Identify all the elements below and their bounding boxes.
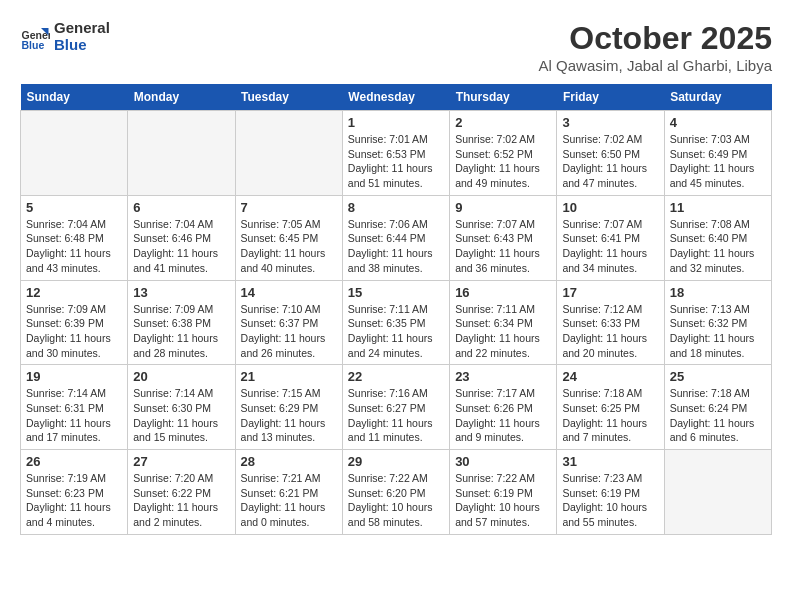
day-info: Sunrise: 7:21 AM Sunset: 6:21 PM Dayligh… (241, 471, 337, 530)
day-info: Sunrise: 7:06 AM Sunset: 6:44 PM Dayligh… (348, 217, 444, 276)
logo-line2: Blue (54, 37, 110, 54)
calendar-cell: 2Sunrise: 7:02 AM Sunset: 6:52 PM Daylig… (450, 111, 557, 196)
day-number: 25 (670, 369, 766, 384)
calendar-cell: 12Sunrise: 7:09 AM Sunset: 6:39 PM Dayli… (21, 280, 128, 365)
logo-icon: General Blue (20, 22, 50, 52)
logo-line1: General (54, 20, 110, 37)
week-row-5: 26Sunrise: 7:19 AM Sunset: 6:23 PM Dayli… (21, 450, 772, 535)
day-header-friday: Friday (557, 84, 664, 111)
calendar-cell: 10Sunrise: 7:07 AM Sunset: 6:41 PM Dayli… (557, 195, 664, 280)
month-title: October 2025 (539, 20, 772, 57)
day-info: Sunrise: 7:14 AM Sunset: 6:31 PM Dayligh… (26, 386, 122, 445)
day-info: Sunrise: 7:09 AM Sunset: 6:39 PM Dayligh… (26, 302, 122, 361)
calendar-cell: 9Sunrise: 7:07 AM Sunset: 6:43 PM Daylig… (450, 195, 557, 280)
day-info: Sunrise: 7:02 AM Sunset: 6:52 PM Dayligh… (455, 132, 551, 191)
week-row-2: 5Sunrise: 7:04 AM Sunset: 6:48 PM Daylig… (21, 195, 772, 280)
day-info: Sunrise: 7:11 AM Sunset: 6:35 PM Dayligh… (348, 302, 444, 361)
calendar-cell: 25Sunrise: 7:18 AM Sunset: 6:24 PM Dayli… (664, 365, 771, 450)
calendar-cell: 22Sunrise: 7:16 AM Sunset: 6:27 PM Dayli… (342, 365, 449, 450)
day-number: 3 (562, 115, 658, 130)
day-info: Sunrise: 7:07 AM Sunset: 6:43 PM Dayligh… (455, 217, 551, 276)
day-header-tuesday: Tuesday (235, 84, 342, 111)
calendar-cell: 4Sunrise: 7:03 AM Sunset: 6:49 PM Daylig… (664, 111, 771, 196)
calendar-cell: 20Sunrise: 7:14 AM Sunset: 6:30 PM Dayli… (128, 365, 235, 450)
day-number: 19 (26, 369, 122, 384)
day-info: Sunrise: 7:03 AM Sunset: 6:49 PM Dayligh… (670, 132, 766, 191)
day-header-saturday: Saturday (664, 84, 771, 111)
day-number: 15 (348, 285, 444, 300)
day-info: Sunrise: 7:08 AM Sunset: 6:40 PM Dayligh… (670, 217, 766, 276)
calendar-cell: 28Sunrise: 7:21 AM Sunset: 6:21 PM Dayli… (235, 450, 342, 535)
day-number: 10 (562, 200, 658, 215)
calendar-cell: 19Sunrise: 7:14 AM Sunset: 6:31 PM Dayli… (21, 365, 128, 450)
day-info: Sunrise: 7:22 AM Sunset: 6:19 PM Dayligh… (455, 471, 551, 530)
day-info: Sunrise: 7:10 AM Sunset: 6:37 PM Dayligh… (241, 302, 337, 361)
day-header-wednesday: Wednesday (342, 84, 449, 111)
day-info: Sunrise: 7:04 AM Sunset: 6:46 PM Dayligh… (133, 217, 229, 276)
day-number: 29 (348, 454, 444, 469)
calendar-cell (21, 111, 128, 196)
day-number: 4 (670, 115, 766, 130)
day-info: Sunrise: 7:14 AM Sunset: 6:30 PM Dayligh… (133, 386, 229, 445)
day-info: Sunrise: 7:15 AM Sunset: 6:29 PM Dayligh… (241, 386, 337, 445)
day-info: Sunrise: 7:02 AM Sunset: 6:50 PM Dayligh… (562, 132, 658, 191)
day-info: Sunrise: 7:18 AM Sunset: 6:24 PM Dayligh… (670, 386, 766, 445)
calendar-cell: 24Sunrise: 7:18 AM Sunset: 6:25 PM Dayli… (557, 365, 664, 450)
calendar-cell: 31Sunrise: 7:23 AM Sunset: 6:19 PM Dayli… (557, 450, 664, 535)
day-number: 27 (133, 454, 229, 469)
calendar-cell: 18Sunrise: 7:13 AM Sunset: 6:32 PM Dayli… (664, 280, 771, 365)
logo: General Blue General Blue (20, 20, 110, 53)
day-info: Sunrise: 7:07 AM Sunset: 6:41 PM Dayligh… (562, 217, 658, 276)
day-info: Sunrise: 7:19 AM Sunset: 6:23 PM Dayligh… (26, 471, 122, 530)
day-number: 26 (26, 454, 122, 469)
day-info: Sunrise: 7:20 AM Sunset: 6:22 PM Dayligh… (133, 471, 229, 530)
day-number: 5 (26, 200, 122, 215)
day-header-monday: Monday (128, 84, 235, 111)
day-header-thursday: Thursday (450, 84, 557, 111)
calendar-cell: 8Sunrise: 7:06 AM Sunset: 6:44 PM Daylig… (342, 195, 449, 280)
calendar-cell: 26Sunrise: 7:19 AM Sunset: 6:23 PM Dayli… (21, 450, 128, 535)
header-row: SundayMondayTuesdayWednesdayThursdayFrid… (21, 84, 772, 111)
day-number: 22 (348, 369, 444, 384)
week-row-1: 1Sunrise: 7:01 AM Sunset: 6:53 PM Daylig… (21, 111, 772, 196)
day-number: 8 (348, 200, 444, 215)
day-info: Sunrise: 7:17 AM Sunset: 6:26 PM Dayligh… (455, 386, 551, 445)
day-number: 23 (455, 369, 551, 384)
day-number: 14 (241, 285, 337, 300)
day-number: 16 (455, 285, 551, 300)
day-info: Sunrise: 7:05 AM Sunset: 6:45 PM Dayligh… (241, 217, 337, 276)
day-number: 20 (133, 369, 229, 384)
week-row-3: 12Sunrise: 7:09 AM Sunset: 6:39 PM Dayli… (21, 280, 772, 365)
calendar-cell (128, 111, 235, 196)
day-number: 24 (562, 369, 658, 384)
calendar-cell: 1Sunrise: 7:01 AM Sunset: 6:53 PM Daylig… (342, 111, 449, 196)
day-info: Sunrise: 7:16 AM Sunset: 6:27 PM Dayligh… (348, 386, 444, 445)
day-number: 28 (241, 454, 337, 469)
day-info: Sunrise: 7:22 AM Sunset: 6:20 PM Dayligh… (348, 471, 444, 530)
day-number: 17 (562, 285, 658, 300)
title-area: October 2025 Al Qawasim, Jabal al Gharbi… (539, 20, 772, 74)
day-info: Sunrise: 7:12 AM Sunset: 6:33 PM Dayligh… (562, 302, 658, 361)
calendar-table: SundayMondayTuesdayWednesdayThursdayFrid… (20, 84, 772, 535)
day-number: 31 (562, 454, 658, 469)
week-row-4: 19Sunrise: 7:14 AM Sunset: 6:31 PM Dayli… (21, 365, 772, 450)
day-number: 13 (133, 285, 229, 300)
calendar-cell: 7Sunrise: 7:05 AM Sunset: 6:45 PM Daylig… (235, 195, 342, 280)
day-number: 9 (455, 200, 551, 215)
calendar-cell: 5Sunrise: 7:04 AM Sunset: 6:48 PM Daylig… (21, 195, 128, 280)
day-number: 21 (241, 369, 337, 384)
day-info: Sunrise: 7:18 AM Sunset: 6:25 PM Dayligh… (562, 386, 658, 445)
day-number: 12 (26, 285, 122, 300)
day-header-sunday: Sunday (21, 84, 128, 111)
day-info: Sunrise: 7:11 AM Sunset: 6:34 PM Dayligh… (455, 302, 551, 361)
calendar-cell: 6Sunrise: 7:04 AM Sunset: 6:46 PM Daylig… (128, 195, 235, 280)
day-info: Sunrise: 7:09 AM Sunset: 6:38 PM Dayligh… (133, 302, 229, 361)
day-info: Sunrise: 7:04 AM Sunset: 6:48 PM Dayligh… (26, 217, 122, 276)
calendar-cell: 14Sunrise: 7:10 AM Sunset: 6:37 PM Dayli… (235, 280, 342, 365)
calendar-cell: 15Sunrise: 7:11 AM Sunset: 6:35 PM Dayli… (342, 280, 449, 365)
calendar-cell: 21Sunrise: 7:15 AM Sunset: 6:29 PM Dayli… (235, 365, 342, 450)
day-number: 1 (348, 115, 444, 130)
day-number: 7 (241, 200, 337, 215)
calendar-cell: 27Sunrise: 7:20 AM Sunset: 6:22 PM Dayli… (128, 450, 235, 535)
calendar-cell (235, 111, 342, 196)
